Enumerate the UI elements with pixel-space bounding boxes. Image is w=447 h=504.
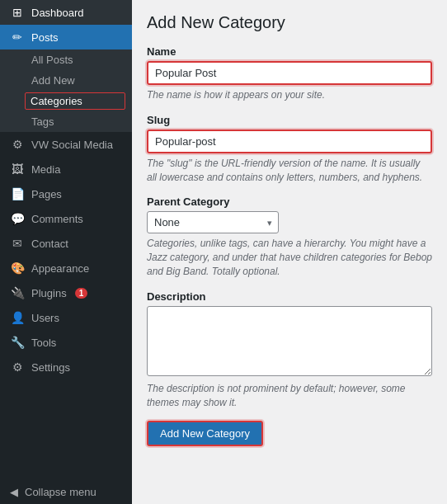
- sidebar-item-label: Users: [31, 312, 59, 324]
- description-field-group: Description The description is not promi…: [147, 290, 432, 410]
- sidebar-item-label: Comments: [31, 213, 83, 225]
- users-icon: 👤: [10, 311, 25, 324]
- sidebar-item-media[interactable]: 🖼 Media: [0, 157, 132, 181]
- pages-icon: 📄: [10, 187, 25, 200]
- vw-social-media-icon: ⚙: [10, 138, 25, 151]
- contact-icon: ✉: [10, 237, 25, 250]
- description-hint: The description is not prominent by defa…: [147, 382, 432, 410]
- parent-category-group: Parent Category None ▾ Categories, unlik…: [147, 195, 432, 278]
- sidebar-item-label: Contact: [31, 238, 68, 250]
- page-title: Add New Category: [147, 13, 432, 32]
- tools-icon: 🔧: [10, 336, 25, 349]
- dashboard-icon: ⊞: [10, 6, 25, 19]
- add-new-category-button[interactable]: Add New Category: [147, 421, 263, 446]
- sidebar-item-plugins[interactable]: 🔌 Plugins 1: [0, 280, 132, 305]
- plugins-icon: 🔌: [10, 286, 25, 299]
- sidebar-item-label: Media: [31, 163, 60, 176]
- main-content: Add New Category Name The name is how it…: [132, 0, 447, 504]
- name-hint: The name is how it appears on your site.: [147, 88, 432, 102]
- sidebar-item-label: Appearance: [31, 262, 89, 275]
- sidebar-item-label: Plugins: [31, 287, 67, 299]
- slug-input[interactable]: [147, 130, 432, 153]
- plugins-badge: 1: [75, 288, 88, 299]
- sidebar-item-label: VW Social Media: [31, 139, 113, 151]
- sidebar-item-label: Tools: [31, 337, 56, 349]
- comments-icon: 💬: [10, 212, 25, 225]
- collapse-icon: ◀: [10, 486, 18, 498]
- slug-field-group: Slug The "slug" is the URL-friendly vers…: [147, 114, 432, 185]
- posts-submenu: All Posts Add New Categories Tags: [0, 49, 132, 132]
- slug-label: Slug: [147, 114, 432, 126]
- collapse-label: Collapse menu: [25, 486, 96, 498]
- sidebar-item-comments[interactable]: 💬 Comments: [0, 206, 132, 231]
- sidebar-item-tools[interactable]: 🔧 Tools: [0, 330, 132, 355]
- sidebar-item-label: Posts: [31, 31, 59, 44]
- sidebar-item-categories[interactable]: Categories: [25, 92, 125, 110]
- sidebar-item-label: Dashboard: [31, 7, 84, 19]
- collapse-menu-button[interactable]: ◀ Collapse menu: [0, 480, 132, 504]
- sidebar-item-dashboard[interactable]: ⊞ Dashboard: [0, 0, 132, 25]
- name-label: Name: [147, 45, 432, 58]
- name-field-group: Name The name is how it appears on your …: [147, 45, 432, 102]
- sidebar-item-contact[interactable]: ✉ Contact: [0, 231, 132, 256]
- sidebar-item-pages[interactable]: 📄 Pages: [0, 181, 132, 206]
- sidebar-item-appearance[interactable]: 🎨 Appearance: [0, 256, 132, 280]
- sidebar-item-settings[interactable]: ⚙ Settings: [0, 355, 132, 379]
- sidebar-item-vw-social-media[interactable]: ⚙ VW Social Media: [0, 132, 132, 157]
- sidebar-item-tags[interactable]: Tags: [0, 111, 132, 132]
- name-input[interactable]: [147, 61, 432, 85]
- description-textarea[interactable]: [147, 306, 432, 376]
- sidebar-item-posts[interactable]: ✏ Posts: [0, 25, 132, 49]
- sidebar-item-all-posts[interactable]: All Posts: [0, 49, 132, 70]
- parent-select-wrapper: None ▾: [147, 211, 279, 233]
- sidebar-item-add-new[interactable]: Add New: [0, 70, 132, 91]
- posts-icon: ✏: [10, 31, 25, 44]
- parent-select[interactable]: None: [147, 211, 279, 233]
- appearance-icon: 🎨: [10, 261, 25, 275]
- parent-hint: Categories, unlike tags, can have a hier…: [147, 237, 432, 278]
- media-icon: 🖼: [10, 163, 25, 176]
- sidebar-item-label: Settings: [31, 361, 70, 374]
- settings-icon: ⚙: [10, 360, 25, 374]
- slug-hint: The "slug" is the URL-friendly version o…: [147, 157, 432, 185]
- sidebar-item-users[interactable]: 👤 Users: [0, 305, 132, 330]
- description-label: Description: [147, 290, 432, 303]
- sidebar-item-label: Pages: [31, 188, 62, 200]
- parent-label: Parent Category: [147, 195, 432, 208]
- sidebar: ⊞ Dashboard ✏ Posts All Posts Add New Ca…: [0, 0, 132, 504]
